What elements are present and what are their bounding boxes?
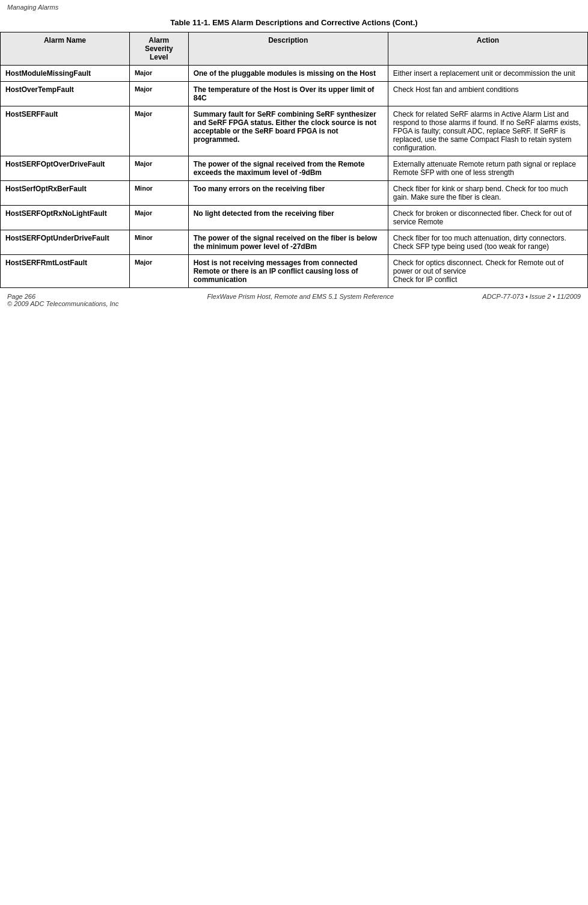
alarm-name-cell: HostSerfOptRxBerFault bbox=[1, 181, 130, 206]
action-cell: Check for related SeRF alarms in Active … bbox=[388, 106, 587, 156]
table-row: HostModuleMissingFaultMajorOne of the pl… bbox=[1, 66, 588, 82]
action-cell: Check for optics disconnect. Check for R… bbox=[388, 255, 587, 288]
col-header-description: Description bbox=[188, 32, 388, 66]
action-cell: Check fiber for kink or sharp bend. Chec… bbox=[388, 181, 587, 206]
footer-right: ADCP-77-073 • Issue 2 • 11/2009 bbox=[482, 293, 581, 307]
action-cell: Check fiber for too much attenuation, di… bbox=[388, 230, 587, 255]
alarm-name-cell: HostSERFRmtLostFault bbox=[1, 255, 130, 288]
description-cell: Too many errors on the receiving fiber bbox=[188, 181, 388, 206]
footer-center: FlexWave Prism Host, Remote and EMS 5.1 … bbox=[207, 293, 394, 307]
severity-cell: Major bbox=[129, 156, 188, 181]
alarm-name-cell: HostSERFFault bbox=[1, 106, 130, 156]
col-header-severity: Alarm Severity Level bbox=[129, 32, 188, 66]
table-row: HostSERFOptRxNoLightFaultMajorNo light d… bbox=[1, 206, 588, 230]
table-row: HostOverTempFaultMajorThe temperature of… bbox=[1, 82, 588, 106]
severity-cell: Major bbox=[129, 106, 188, 156]
table-row: HostSERFRmtLostFaultMajorHost is not rec… bbox=[1, 255, 588, 288]
action-cell: Either insert a replacement unit or deco… bbox=[388, 66, 587, 82]
alarm-name-cell: HostModuleMissingFault bbox=[1, 66, 130, 82]
table-title: Table 11-1. EMS Alarm Descriptions and C… bbox=[0, 12, 588, 32]
severity-cell: Minor bbox=[129, 181, 188, 206]
table-row: HostSerfOptRxBerFaultMinorToo many error… bbox=[1, 181, 588, 206]
description-cell: One of the pluggable modules is missing … bbox=[188, 66, 388, 82]
alarm-name-cell: HostSERFOptRxNoLightFault bbox=[1, 206, 130, 230]
description-cell: The power of the signal received from th… bbox=[188, 156, 388, 181]
alarm-table: Alarm Name Alarm Severity Level Descript… bbox=[0, 32, 588, 288]
description-cell: No light detected from the receiving fib… bbox=[188, 206, 388, 230]
severity-cell: Major bbox=[129, 82, 188, 106]
page-footer: Page 266 © 2009 ADC Telecommunications, … bbox=[0, 288, 588, 310]
page-header: Managing Alarms bbox=[0, 0, 588, 12]
description-cell: Summary fault for SeRF combining SeRF sy… bbox=[188, 106, 388, 156]
action-cell: Externally attenuate Remote return path … bbox=[388, 156, 587, 181]
alarm-name-cell: HostSERFOptUnderDriveFault bbox=[1, 230, 130, 255]
action-cell: Check for broken or disconnected fiber. … bbox=[388, 206, 587, 230]
table-row: HostSERFFaultMajorSummary fault for SeRF… bbox=[1, 106, 588, 156]
table-row: HostSERFOptOverDriveFaultMajorThe power … bbox=[1, 156, 588, 181]
col-header-action: Action bbox=[388, 32, 587, 66]
description-cell: Host is not receiving messages from conn… bbox=[188, 255, 388, 288]
severity-cell: Major bbox=[129, 206, 188, 230]
col-header-name: Alarm Name bbox=[1, 32, 130, 66]
alarm-name-cell: HostSERFOptOverDriveFault bbox=[1, 156, 130, 181]
alarm-name-cell: HostOverTempFault bbox=[1, 82, 130, 106]
footer-page: Page 266 © 2009 ADC Telecommunications, … bbox=[7, 293, 118, 307]
description-cell: The temperature of the Host is Over its … bbox=[188, 82, 388, 106]
table-row: HostSERFOptUnderDriveFaultMinorThe power… bbox=[1, 230, 588, 255]
action-cell: Check Host fan and ambient conditions bbox=[388, 82, 587, 106]
severity-cell: Major bbox=[129, 255, 188, 288]
severity-cell: Minor bbox=[129, 230, 188, 255]
severity-cell: Major bbox=[129, 66, 188, 82]
description-cell: The power of the signal received on the … bbox=[188, 230, 388, 255]
